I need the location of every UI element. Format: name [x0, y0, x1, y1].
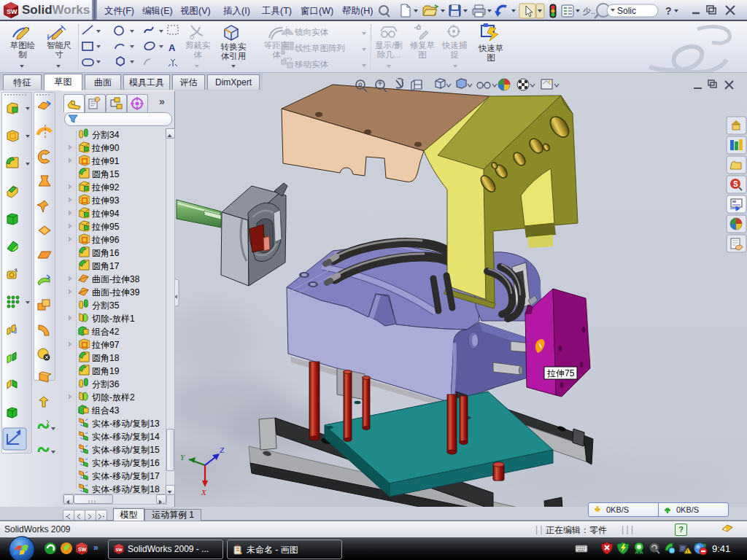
svg-text:少..: 少.. — [583, 7, 595, 15]
svg-text:S: S — [733, 180, 738, 188]
svg-text:SW: SW — [115, 548, 123, 552]
svg-text:!: ! — [687, 549, 689, 553]
svg-text:SW: SW — [7, 8, 18, 15]
svg-text:SW: SW — [78, 547, 87, 552]
svg-text:拉伸75: 拉伸75 — [546, 368, 575, 378]
svg-text:»: » — [93, 542, 98, 553]
svg-text:Solic: Solic — [617, 6, 636, 16]
svg-text:Z: Z — [220, 446, 225, 454]
svg-text:X: X — [201, 488, 207, 497]
svg-text:A: A — [169, 42, 176, 53]
svg-text:?: ? — [665, 5, 672, 17]
